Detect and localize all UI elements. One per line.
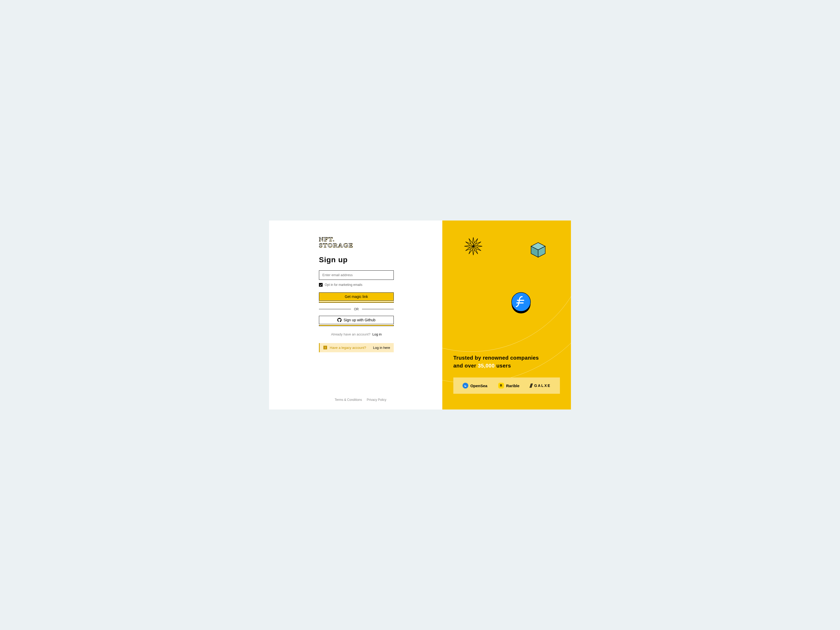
rarible-icon: R: [498, 383, 504, 388]
company-galxe-label: GALXE: [534, 384, 551, 388]
footer-links: Terms & Conditions Privacy Policy: [319, 398, 424, 402]
trust-block: Trusted by renowned companies and over 3…: [453, 354, 560, 394]
star-icon: [463, 236, 483, 256]
opensea-icon: [463, 383, 468, 388]
legacy-question: Have a legacy account?: [330, 346, 366, 350]
logo-line1: NFT.: [319, 236, 424, 242]
magic-link-button[interactable]: Get magic link: [319, 292, 394, 301]
filecoin-icon: [510, 291, 532, 314]
legacy-account-banner: i Have a legacy account? Log in here: [319, 343, 394, 352]
email-input[interactable]: [319, 270, 394, 280]
legacy-login-link[interactable]: Log in here: [373, 346, 390, 350]
button-accent-bar: [319, 302, 394, 303]
github-icon: [337, 318, 341, 322]
company-galxe: GALXE: [530, 384, 551, 388]
login-prompt: Already have an account? Log in: [319, 332, 394, 336]
user-count: 35,000: [478, 363, 494, 369]
company-rarible: R Rarible: [498, 383, 519, 388]
trust-line2: and over 35,000 users: [453, 362, 560, 369]
marketing-checkbox-row: Opt in for marketing emails: [319, 283, 424, 287]
legacy-left: i Have a legacy account?: [324, 346, 366, 350]
marketing-checkbox-label: Opt in for marketing emails: [325, 283, 362, 287]
brand-logo: NFT. STORAGE: [319, 236, 424, 248]
svg-point-16: [512, 292, 531, 311]
right-panel: Trusted by renowned companies and over 3…: [442, 221, 571, 409]
company-rarible-label: Rarible: [506, 384, 519, 388]
login-link[interactable]: Log in: [373, 332, 382, 336]
privacy-link[interactable]: Privacy Policy: [367, 398, 387, 402]
companies-bar: OpenSea R Rarible GALXE: [453, 377, 560, 394]
trust-heading: Trusted by renowned companies and over 3…: [453, 354, 560, 369]
marketing-checkbox[interactable]: [319, 283, 323, 287]
github-button-label: Sign up with Github: [344, 318, 375, 322]
left-panel: NFT. STORAGE Sign up Opt in for marketin…: [269, 221, 442, 409]
company-opensea-label: OpenSea: [471, 384, 488, 388]
github-signup-button[interactable]: Sign up with Github: [319, 316, 394, 324]
info-icon: i: [324, 346, 327, 349]
terms-link[interactable]: Terms & Conditions: [335, 398, 362, 402]
cube-icon: [529, 241, 547, 259]
company-opensea: OpenSea: [463, 383, 488, 388]
app-container: NFT. STORAGE Sign up Opt in for marketin…: [269, 221, 571, 409]
logo-line2: STORAGE: [319, 242, 424, 248]
galxe-icon: [530, 384, 532, 388]
divider-text: OR: [354, 307, 359, 311]
or-divider: OR: [319, 307, 394, 311]
button-accent-bar: [319, 325, 394, 326]
trust-line1: Trusted by renowned companies: [453, 354, 560, 362]
login-prompt-text: Already have an account?: [331, 332, 370, 336]
page-title: Sign up: [319, 256, 424, 264]
check-icon: [319, 284, 322, 286]
magic-link-button-label: Get magic link: [345, 295, 368, 299]
